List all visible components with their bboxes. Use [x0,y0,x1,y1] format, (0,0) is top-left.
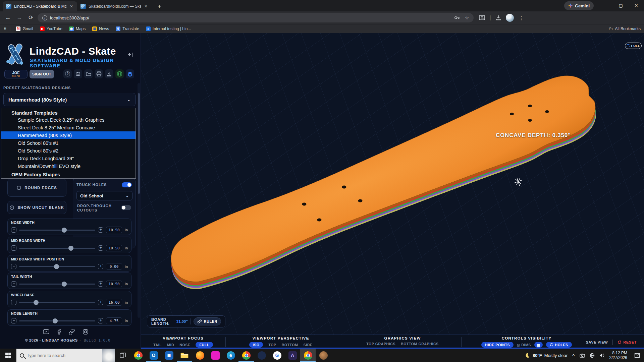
save-button[interactable] [74,69,82,78]
value-field[interactable]: 10.50 [106,227,122,233]
top-graphics-button[interactable]: TOP GRAPHICS [366,342,395,346]
taskbar-app-office-grid[interactable]: ▦ [161,349,177,362]
open-file-button[interactable] [84,69,93,78]
bookmark-internal-testing[interactable]: ▷Internal testing | Lin... [143,26,194,32]
menu-item[interactable]: Street Deck 8.25" Medium Concave [1,124,136,131]
bookmark-gmail[interactable]: MGmail [13,26,36,32]
decrement-button[interactable]: − [11,318,16,323]
help-button[interactable]: ? [63,69,72,78]
camera-tray-icon[interactable] [580,353,585,358]
forward-icon[interactable]: → [15,13,24,22]
slider-track[interactable] [19,230,95,231]
profile-avatar[interactable] [506,14,514,22]
decrement-button[interactable]: − [11,300,16,305]
perspective-top-button[interactable]: TOP [268,343,276,347]
perspective-side-button[interactable]: SIDE [304,343,313,347]
apps-grid-icon[interactable]: ⠿ [3,26,7,32]
focus-full-button[interactable]: FULL [196,342,213,348]
all-bookmarks-button[interactable]: 🗀 All Bookmarks [608,26,641,31]
holes-button[interactable]: HOLES [546,342,572,348]
perspective-iso-button[interactable]: ISO [249,342,263,348]
slider-thumb[interactable] [53,318,58,323]
browser-tab-1[interactable]: LindzCAD - Skateboard & Mold ✕ [3,1,77,11]
grid-toggle-button[interactable]: ▦ [534,342,543,348]
hide-points-button[interactable]: HIDE POINTS [481,342,514,348]
notification-center-button[interactable] [632,349,642,362]
sidebar-scrollbar[interactable] [138,83,140,318]
taskbar-app-purple-a[interactable]: A [285,349,300,362]
bookmark-translate[interactable]: 文Translate [113,26,142,32]
taskbar-app-outlook[interactable]: O [146,349,161,362]
bookmark-youtube[interactable]: ▶YouTube [37,26,65,32]
youtube-icon[interactable] [43,329,49,334]
close-button[interactable]: ✕ [629,0,644,11]
slider-thumb[interactable] [54,264,59,269]
taskbar-weather[interactable]: 80°F Mostly clear [524,352,568,358]
truck-holes-select[interactable]: Old School ⌄ [76,191,132,200]
slider-track[interactable] [19,302,95,303]
back-icon[interactable]: ← [3,13,13,22]
volume-icon[interactable] [599,353,605,358]
network-globe-icon[interactable] [590,353,595,358]
search-input[interactable] [27,353,91,358]
show-uncut-blank-button[interactable]: SHOW UNCUT BLANK [7,201,66,214]
sign-out-button[interactable]: SIGN OUT [30,70,54,78]
focus-nose-button[interactable]: NOSE [179,343,190,347]
taskbar-app-file-explorer[interactable] [177,349,192,362]
slider-track[interactable] [19,284,95,285]
search-tabs-icon[interactable] [479,15,485,20]
download-button[interactable] [105,69,113,78]
taskbar-app-google[interactable]: G [269,349,285,362]
perspective-bottom-button[interactable]: BOTTOM [282,343,298,347]
tab-close-icon[interactable]: ✕ [144,4,148,9]
taskbar-app-chrome[interactable] [130,349,146,362]
decrement-button[interactable]: − [11,245,16,251]
increment-button[interactable]: + [98,281,103,287]
drop-through-toggle[interactable] [121,205,131,210]
slider-thumb[interactable] [68,246,73,251]
tray-expand-icon[interactable]: ^ [572,353,575,358]
taskbar-clock[interactable]: 8:12 PM 2/27/2026 [609,351,627,360]
focus-mid-button[interactable]: MID [167,343,174,347]
round-edges-button[interactable]: ROUND EDGES [7,179,66,197]
taskbar-app-firefox[interactable] [192,349,208,362]
bookmark-news[interactable]: ▤News [90,26,112,32]
taskbar-app-chrome-active[interactable] [300,349,316,362]
minimize-button[interactable]: – [598,0,613,11]
taskbar-app-pink[interactable] [208,349,223,362]
menu-item[interactable]: Old School 80's #2 [1,147,136,155]
browser-tab-2[interactable]: SkateboardMolds.com — Skate ✕ [77,1,152,11]
truck-holes-toggle[interactable] [122,182,132,187]
search-highlight-image[interactable] [102,349,115,362]
reload-icon[interactable]: ⟳ [26,13,36,22]
viewport-3d[interactable]: FULL CONCAVE DEPTH: 0.350" BOARD LENGTH:… [141,33,644,335]
increment-button[interactable]: + [98,245,103,251]
new-tab-button[interactable]: + [155,1,164,11]
viewport-full-badge[interactable]: FULL [625,43,642,49]
menu-dots-icon[interactable]: ⋮ [519,15,524,21]
bookmark-maps[interactable]: ◉Maps [66,26,88,32]
slider-track[interactable] [19,248,95,249]
menu-item[interactable]: Drop Deck Longboard 39" [1,155,136,162]
slider-thumb[interactable] [62,228,67,233]
bookmark-star-icon[interactable]: ☆ [465,15,469,20]
reset-button[interactable]: RESET [618,340,637,344]
task-view-button[interactable] [115,349,130,362]
taskbar-app-chrome-2[interactable] [238,349,254,362]
menu-item-selected[interactable]: Hammerhead (80s Style) [1,131,136,139]
focus-tail-button[interactable]: TAIL [153,343,162,347]
taskbar-app-edge[interactable]: e [223,349,238,362]
slider-track[interactable] [19,320,95,321]
value-field[interactable]: 4.75 [106,317,122,324]
web-button[interactable] [115,69,124,78]
menu-item[interactable]: Sample Street Deck 8.25" with Graphics [1,116,136,124]
decrement-button[interactable]: − [11,281,16,287]
preset-select[interactable]: Hammerhead (80s Style) ⌄ [3,93,136,106]
start-button[interactable] [0,349,16,362]
facebook-icon[interactable] [57,329,61,335]
user-badge[interactable]: JOE 831 CR [4,70,28,78]
increment-button[interactable]: + [98,264,103,269]
increment-button[interactable]: + [98,227,103,233]
save-view-button[interactable]: SAVE VIEW [586,340,608,344]
downloads-icon[interactable] [496,15,501,20]
